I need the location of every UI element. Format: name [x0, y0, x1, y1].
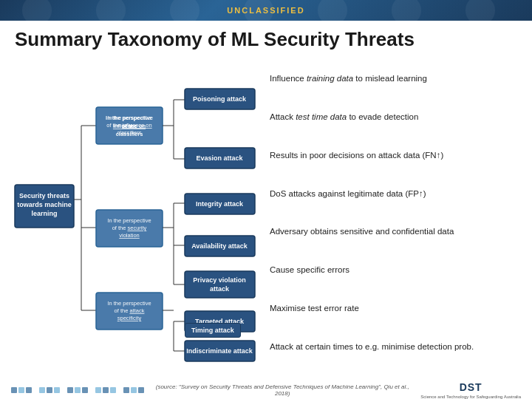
- svg-text:specificity: specificity: [117, 315, 142, 321]
- dot-group-3: [67, 387, 88, 393]
- dot: [39, 387, 45, 393]
- root-text-1: Security threats: [19, 192, 69, 200]
- dot: [54, 387, 60, 393]
- privacy-attack-node: [185, 271, 255, 298]
- dot: [131, 387, 137, 393]
- svg-text:of the security: of the security: [112, 225, 147, 231]
- dot: [67, 387, 73, 393]
- desc-integrity: Results in poor decisions on attack data…: [270, 149, 521, 161]
- tree-area: Security threats towards machine learnin…: [11, 55, 262, 373]
- svg-text:In the perspective: In the perspective: [107, 115, 151, 121]
- desc-timing: Attack at certain times to e.g. minimise…: [270, 341, 521, 352]
- main-content: Security threats towards machine learnin…: [0, 55, 532, 373]
- logo-sub-text: Science and Technology for Safeguarding …: [420, 395, 521, 399]
- dot: [82, 387, 88, 393]
- svg-text:Indiscriminate attack: Indiscriminate attack: [186, 347, 253, 355]
- desc-poisoning: Influence training data to mislead learn…: [270, 72, 521, 84]
- footer-dots: [11, 387, 144, 393]
- dot: [95, 387, 101, 393]
- dot-group-5: [123, 387, 144, 393]
- dot-group-2: [39, 387, 60, 393]
- dot: [75, 387, 81, 393]
- descriptions-panel: Influence training data to mislead learn…: [262, 55, 521, 373]
- footer: (source: "Survey on Security Threats and…: [0, 373, 532, 399]
- desc-indiscriminate: Maximise test error rate: [270, 302, 521, 314]
- footer-source-text: (source: "Survey on Security Threats and…: [144, 383, 420, 397]
- dot-group-1: [11, 387, 32, 393]
- svg-text:Poisoning attack: Poisoning attack: [193, 95, 247, 103]
- desc-targeted: Cause specific errors: [270, 264, 521, 276]
- svg-text:of the influence on: of the influence on: [106, 122, 151, 129]
- dot: [26, 387, 32, 393]
- svg-text:violation: violation: [119, 232, 140, 239]
- svg-text:In the perspective: In the perspective: [107, 300, 151, 307]
- dot: [103, 387, 109, 393]
- dot: [138, 387, 144, 393]
- desc-availability: DoS attacks against legitimate data (FP↑…: [270, 188, 521, 200]
- svg-text:Privacy violation: Privacy violation: [193, 276, 246, 284]
- desc-evasion: Attack test time data to evade detection: [270, 111, 521, 123]
- root-text-2: towards machine: [17, 201, 72, 208]
- dot-group-4: [95, 387, 116, 393]
- footer-logo: DST Science and Technology for Safeguard…: [420, 381, 521, 399]
- root-text-3: learning: [31, 210, 57, 217]
- classification-label: UNCLASSIFIED: [227, 6, 304, 15]
- svg-text:Integrity attack: Integrity attack: [196, 200, 244, 208]
- svg-text:In the perspective: In the perspective: [107, 217, 151, 224]
- dot: [110, 387, 116, 393]
- dot: [11, 387, 17, 393]
- svg-text:Evasion attack: Evasion attack: [196, 154, 243, 162]
- page-title: Summary Taxonomy of ML Security Threats: [0, 21, 532, 55]
- timing-attack-node: Timing attack: [185, 323, 241, 338]
- top-banner: UNCLASSIFIED: [0, 0, 532, 21]
- svg-text:of the attack: of the attack: [115, 307, 145, 314]
- logo-dst-text: DST: [460, 381, 482, 393]
- desc-privacy: Adversary obtains sensitive and confiden…: [270, 225, 521, 237]
- dot: [18, 387, 24, 393]
- svg-text:classifiers: classifiers: [117, 129, 142, 136]
- svg-text:Availability attack: Availability attack: [191, 242, 248, 250]
- dot: [123, 387, 129, 393]
- dot: [47, 387, 52, 393]
- svg-text:attack: attack: [210, 285, 230, 293]
